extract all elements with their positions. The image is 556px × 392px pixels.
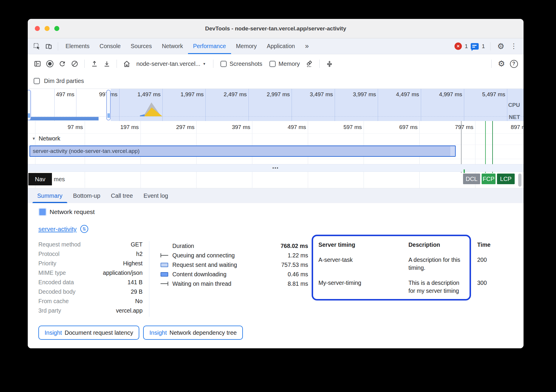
- vertical-scrollbar[interactable]: [518, 174, 521, 187]
- field-row: Request methodGET: [38, 241, 143, 251]
- network-request-swatch-icon: [39, 209, 46, 215]
- summary-title: Network request: [50, 208, 95, 215]
- overview-tick: 3,497 ms: [293, 91, 333, 98]
- window-title: DevTools - node-server-tan.vercel.app/se…: [28, 25, 524, 32]
- home-icon[interactable]: [122, 59, 132, 69]
- ruler-tick: 897 ms: [490, 124, 524, 130]
- left-whisker-icon: [161, 253, 168, 257]
- ruler-tick: 497 ms: [266, 124, 306, 130]
- frames-track-label: mes: [54, 176, 65, 183]
- issues-count: 1: [482, 43, 485, 50]
- timing-row: Waiting on main thread 8.81 ms: [161, 279, 308, 288]
- device-toolbar-icon[interactable]: [44, 41, 54, 51]
- overview-tick: 4,997 ms: [423, 91, 462, 98]
- overview-net-divider: [28, 116, 524, 117]
- tab-sources[interactable]: Sources: [126, 38, 157, 54]
- marker-tick: [464, 169, 465, 173]
- tab-performance[interactable]: Performance: [188, 38, 231, 54]
- devtools-tab-bar: Elements Console Sources Network Perform…: [28, 38, 524, 54]
- network-request-bar[interactable]: server-activity (node-server-tan.vercel.…: [30, 146, 456, 157]
- screenshots-checkbox[interactable]: [220, 61, 227, 67]
- timeline-overview[interactable]: 497 ms 997 ms 1,497 ms 1,997 ms 2,497 ms…: [28, 89, 524, 121]
- garbage-collect-icon[interactable]: [305, 59, 315, 69]
- download-profile-icon[interactable]: [102, 59, 112, 69]
- kebab-menu-icon[interactable]: ⋮: [509, 41, 519, 51]
- dim-third-parties-checkbox[interactable]: [34, 78, 40, 84]
- cpu-track-label: CPU: [508, 102, 520, 108]
- light-bar-icon: [161, 263, 168, 267]
- lcp-marker-badge[interactable]: LCP: [497, 174, 515, 184]
- overview-tick: 5,997 ms: [509, 91, 524, 98]
- upload-profile-icon[interactable]: [89, 59, 99, 69]
- track-overflow-band[interactable]: •••: [28, 164, 524, 172]
- insight-network-dependency-tree-button[interactable]: Insight Network dependency tree: [143, 326, 243, 340]
- caret-down-icon: ▼: [203, 62, 206, 66]
- tab-memory[interactable]: Memory: [231, 38, 262, 54]
- error-badge-icon[interactable]: ✕: [454, 43, 462, 50]
- overview-tick: 2,997 ms: [250, 91, 290, 98]
- titlebar: DevTools - node-server-tan.vercel.app/se…: [28, 19, 524, 38]
- ruler-tick: 297 ms: [155, 124, 194, 130]
- timing-row: Duration 768.02 ms: [161, 241, 308, 251]
- tab-summary[interactable]: Summary: [32, 188, 68, 203]
- server-timing-table: Server timing Description Time A-server-…: [312, 235, 471, 300]
- column-divider: [149, 241, 149, 317]
- collapse-tracks-icon[interactable]: [324, 59, 334, 69]
- tab-console[interactable]: Console: [94, 38, 126, 54]
- timing-row: Queuing and connecting 1.22 ms: [161, 251, 308, 260]
- record-icon[interactable]: [45, 59, 55, 69]
- clear-icon[interactable]: [70, 59, 80, 69]
- overview-tick: 5,497 ms: [466, 91, 505, 98]
- memory-checkbox[interactable]: [269, 61, 276, 67]
- tab-network[interactable]: Network: [157, 38, 188, 54]
- request-link[interactable]: server-activity: [38, 226, 77, 233]
- ruler-tick: 597 ms: [322, 124, 362, 130]
- net-track-label: NET: [509, 114, 520, 120]
- server-timing-header-row: Server timing Description Time: [318, 241, 470, 249]
- dim-third-parties-label: Dim 3rd parties: [44, 78, 84, 84]
- request-bar-tail: [450, 146, 455, 156]
- dcl-marker-badge[interactable]: DCL: [463, 174, 480, 184]
- timeline-tracks[interactable]: 97 ms 197 ms 297 ms 397 ms 497 ms 597 ms…: [28, 121, 524, 188]
- fcp-marker-badge[interactable]: FCP: [482, 174, 496, 184]
- toggle-sidebar-icon[interactable]: [32, 59, 42, 69]
- inspect-element-icon[interactable]: [32, 41, 42, 51]
- overview-tick: 497 ms: [35, 91, 74, 98]
- network-track-header[interactable]: ▼ Network: [32, 135, 60, 142]
- tab-event-log[interactable]: Event log: [138, 188, 173, 203]
- ruler-tick: 697 ms: [378, 124, 418, 130]
- capture-settings-gear-icon[interactable]: ⚙: [496, 59, 506, 69]
- tab-application[interactable]: Application: [262, 38, 300, 54]
- overview-network-activity-bar: [28, 117, 99, 120]
- field-row: From cacheNo: [38, 298, 143, 307]
- solid-bar-icon: [161, 272, 168, 277]
- tab-elements[interactable]: Elements: [60, 38, 94, 54]
- reload-and-record-icon[interactable]: [57, 59, 67, 69]
- issues-badge-icon[interactable]: [471, 43, 479, 50]
- reveal-in-network-icon[interactable]: ⇅: [80, 225, 88, 233]
- network-track-label: Network: [39, 135, 60, 142]
- devtools-window: DevTools - node-server-tan.vercel.app/se…: [28, 19, 524, 348]
- overview-tick: 4,497 ms: [380, 91, 419, 98]
- timing-row: Content downloading 0.46 ms: [161, 270, 308, 279]
- field-row: 3rd partyvercel.app: [38, 307, 143, 317]
- nav-tooltip-badge: Nav: [28, 173, 52, 185]
- memory-toggle[interactable]: Memory: [267, 61, 302, 67]
- server-timing-row: A-server-task A description for this tim…: [318, 256, 470, 272]
- settings-gear-icon[interactable]: ⚙: [496, 41, 506, 51]
- tab-bottom-up[interactable]: Bottom-up: [68, 188, 106, 203]
- target-selector[interactable]: node-server-tan.vercel... ▼: [134, 61, 208, 67]
- details-tab-bar: Summary Bottom-up Call tree Event log: [28, 188, 524, 203]
- ruler-tick: 97 ms: [43, 124, 83, 130]
- more-tabs-icon[interactable]: »: [300, 38, 314, 54]
- disclosure-triangle-icon[interactable]: ▼: [32, 136, 36, 141]
- selection-handle-left[interactable]: [28, 90, 31, 120]
- tab-call-tree[interactable]: Call tree: [106, 188, 138, 203]
- insight-document-request-latency-button[interactable]: Insight Document request latency: [38, 326, 139, 340]
- field-row: MIME typeapplication/json: [38, 270, 143, 279]
- ruler-tick: 197 ms: [99, 124, 139, 130]
- overview-tick: 1,497 ms: [121, 91, 161, 98]
- screenshots-toggle[interactable]: Screenshots: [218, 61, 265, 67]
- selection-handle-right[interactable]: [106, 90, 111, 120]
- help-icon[interactable]: ?: [509, 59, 519, 69]
